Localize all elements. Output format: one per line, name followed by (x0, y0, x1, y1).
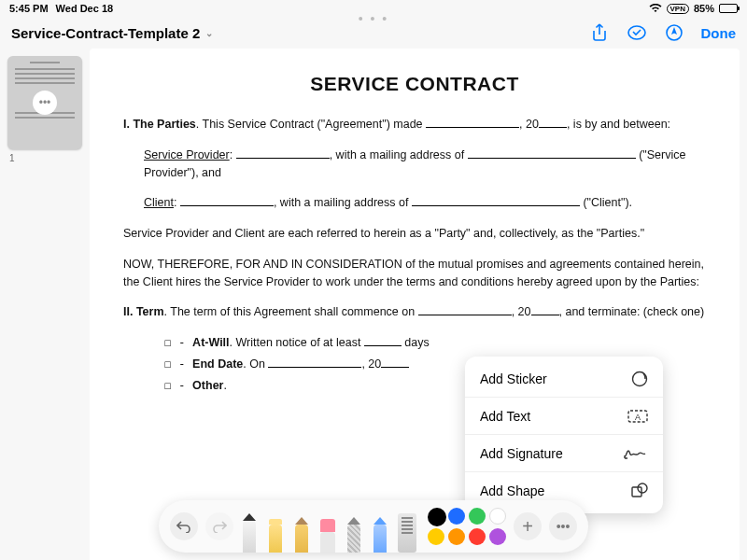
battery-percent: 85% (694, 3, 714, 14)
ruler-tool[interactable] (398, 513, 416, 553)
share-icon[interactable] (591, 23, 608, 42)
document-title-button[interactable]: Service-Contract-Template 2 ⌄ (11, 25, 213, 41)
thumbnail-page-number: 1 (9, 153, 82, 163)
thumbnail-menu-icon[interactable]: ••• (33, 91, 57, 115)
status-time: 5:45 PM (9, 3, 49, 14)
done-button[interactable]: Done (701, 25, 737, 41)
add-button[interactable]: + (514, 512, 542, 540)
status-date: Wed Dec 18 (56, 3, 114, 14)
add-text-item[interactable]: Add TextA (465, 398, 663, 435)
color-blue[interactable] (448, 508, 465, 525)
markup-icon[interactable] (627, 24, 647, 41)
color-purple[interactable] (489, 528, 506, 545)
battery-icon (719, 4, 738, 13)
redo-button[interactable] (205, 512, 233, 540)
undo-button[interactable] (170, 512, 198, 540)
page-title: SERVICE CONTRACT (123, 73, 706, 95)
pencil-tool[interactable] (293, 517, 310, 553)
svg-text:A: A (635, 413, 641, 422)
text-icon: A (627, 409, 648, 424)
vpn-badge: VPN (667, 4, 689, 14)
sticker-icon (631, 371, 648, 387)
color-swatches (428, 508, 506, 545)
markup-toolbar: + ••• (159, 500, 588, 553)
lasso-tool[interactable] (345, 517, 362, 553)
svg-point-6 (638, 483, 647, 493)
page-thumbnail[interactable]: ••• (7, 56, 82, 149)
wifi-icon (649, 4, 662, 13)
more-button[interactable]: ••• (549, 512, 577, 540)
add-sticker-item[interactable]: Add Sticker (465, 360, 663, 398)
color-black[interactable] (428, 508, 446, 526)
color-red[interactable] (469, 528, 486, 545)
color-yellow[interactable] (428, 528, 444, 545)
pen-tool-icon[interactable] (666, 24, 683, 41)
crayon-tool[interactable] (372, 517, 388, 553)
signature-icon (624, 447, 648, 460)
marker-tool[interactable] (267, 519, 284, 553)
color-green[interactable] (469, 508, 486, 525)
chevron-down-icon: ⌄ (205, 28, 213, 38)
add-element-popover: Add Sticker Add TextA Add Signature Add … (465, 357, 663, 513)
pen-tool[interactable] (241, 513, 258, 553)
shape-icon (631, 483, 648, 499)
window-handle-icon: • • • (359, 11, 388, 26)
document-title: Service-Contract-Template 2 (11, 25, 200, 41)
color-empty[interactable] (489, 508, 506, 525)
add-signature-item[interactable]: Add Signature (465, 435, 663, 472)
eraser-tool[interactable] (319, 519, 336, 553)
color-orange[interactable] (448, 528, 465, 545)
